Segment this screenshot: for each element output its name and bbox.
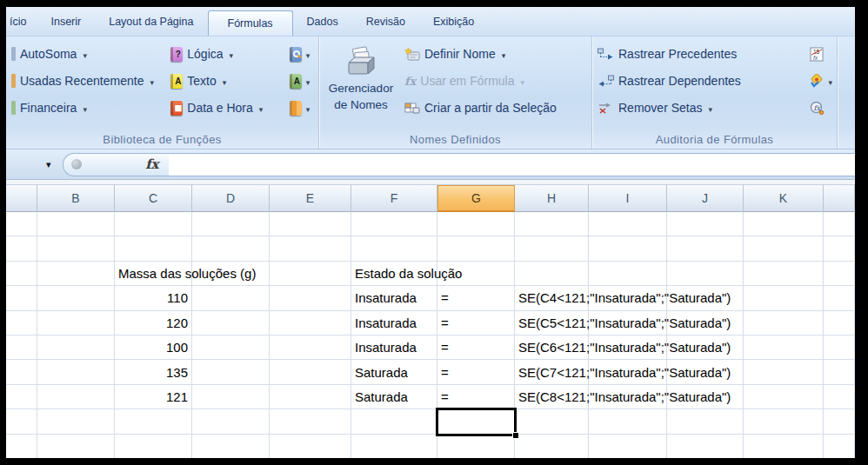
cell-L10[interactable] — [824, 435, 855, 458]
text-button[interactable]: A Texto — [170, 70, 289, 91]
cell-E1[interactable] — [270, 212, 351, 236]
cell-C1[interactable] — [115, 212, 192, 236]
tab-layout-da-pagina[interactable]: Layout da Página — [95, 7, 207, 36]
column-header-J[interactable]: J — [667, 185, 744, 212]
cell-K9[interactable] — [744, 409, 824, 434]
cell-B1[interactable] — [37, 212, 115, 236]
cell-D10[interactable] — [192, 435, 270, 458]
remove-arrows-button[interactable]: Remover Setas — [598, 97, 795, 118]
cell-H5[interactable]: SE(C5<121;"Insaturada";"Saturada") — [515, 311, 589, 335]
cell-K3[interactable] — [744, 262, 824, 286]
tab-dados[interactable]: Dados — [293, 7, 352, 36]
tab-inserir[interactable]: Inserir — [37, 7, 95, 36]
cell-K6[interactable] — [744, 335, 824, 360]
cell-K10[interactable] — [744, 435, 824, 458]
cell-H6[interactable]: SE(C6<121;"Insaturada";"Saturada") — [515, 335, 589, 360]
column-header-H[interactable]: H — [515, 185, 589, 212]
cell-K1[interactable] — [744, 212, 824, 236]
cell-F7[interactable]: Saturada — [351, 360, 437, 384]
cell-K5[interactable] — [744, 311, 824, 335]
cell-E9[interactable] — [270, 409, 351, 434]
cell-H2[interactable] — [515, 236, 589, 261]
cell-J1[interactable] — [667, 212, 744, 236]
cell-H3[interactable] — [515, 262, 589, 286]
define-name-button[interactable]: Definir Nome — [404, 43, 557, 64]
cell-F4[interactable]: Insaturada — [351, 286, 437, 310]
cell-B9[interactable] — [37, 409, 115, 434]
cell-H1[interactable] — [515, 212, 589, 236]
cell-L2[interactable] — [824, 236, 855, 261]
name-box-dropdown-icon[interactable]: ▾ — [46, 159, 51, 170]
cell-I1[interactable] — [589, 212, 667, 236]
trace-dependents-button[interactable]: Rastrear Dependentes — [598, 70, 795, 91]
financial-button[interactable]: Financeira — [11, 97, 170, 118]
cell-I3[interactable] — [589, 262, 667, 286]
column-header-partial-right[interactable] — [824, 185, 855, 212]
cell-C4[interactable]: 110 — [115, 286, 192, 310]
date-time-button[interactable]: ▦ Data e Hora — [170, 97, 289, 118]
cell-A8[interactable] — [6, 385, 37, 409]
fill-handle[interactable] — [512, 432, 519, 439]
cell-B7[interactable] — [37, 360, 115, 384]
create-from-selection-button[interactable]: Criar a partir da Seleção — [404, 97, 557, 118]
cell-H10[interactable] — [515, 435, 589, 458]
cell-K2[interactable] — [744, 236, 824, 261]
cell-L8[interactable] — [824, 385, 855, 409]
column-header-B[interactable]: B — [37, 185, 115, 212]
use-in-formula-button[interactable]: fx Usar em Fórmula — [404, 70, 557, 91]
cell-L6[interactable] — [824, 335, 855, 360]
cell-B4[interactable] — [37, 286, 115, 310]
cell-B5[interactable] — [37, 311, 115, 335]
cell-F8[interactable]: Saturada — [351, 385, 437, 409]
cell-K4[interactable] — [744, 286, 824, 310]
cell-F2[interactable] — [351, 236, 437, 261]
cell-E8[interactable] — [270, 385, 351, 409]
cell-D5[interactable] — [192, 311, 270, 335]
cell-D4[interactable] — [192, 286, 270, 310]
cell-E4[interactable] — [270, 286, 351, 310]
cell-C2[interactable] — [115, 236, 192, 261]
watch-window-button[interactable]: Jan Ins — [843, 43, 855, 108]
tab-inicio[interactable]: ício — [6, 7, 37, 36]
cell-L1[interactable] — [824, 212, 855, 236]
cell-G5[interactable]: = — [437, 311, 515, 335]
cell-F5[interactable]: Insaturada — [351, 311, 437, 335]
cell-E7[interactable] — [270, 360, 351, 384]
cell-D2[interactable] — [192, 236, 270, 261]
trace-precedents-button[interactable]: Rastrear Precedentes — [598, 43, 795, 64]
insert-function-button[interactable]: fx — [63, 153, 169, 176]
cell-E6[interactable] — [270, 335, 351, 360]
cell-I2[interactable] — [589, 236, 667, 261]
column-header-F[interactable]: F — [351, 185, 437, 212]
column-header-E[interactable]: E — [270, 185, 351, 212]
column-header-G[interactable]: G — [437, 185, 515, 212]
cell-H8[interactable]: SE(C8<121;"Insaturada";"Saturada") — [515, 385, 589, 409]
cell-F3[interactable]: Estado da solução — [351, 262, 437, 286]
cell-D8[interactable] — [192, 385, 270, 409]
cell-C5[interactable]: 120 — [115, 311, 192, 335]
cell-G2[interactable] — [437, 236, 515, 261]
cell-G8[interactable]: = — [437, 385, 515, 409]
cell-J10[interactable] — [667, 435, 744, 458]
cell-D9[interactable] — [192, 409, 270, 434]
cell-G10[interactable] — [437, 435, 515, 458]
formula-input[interactable] — [169, 153, 855, 176]
cell-L3[interactable] — [824, 262, 855, 286]
column-header-D[interactable]: D — [192, 185, 270, 212]
cell-C7[interactable]: 135 — [115, 360, 192, 384]
cell-F9[interactable] — [351, 409, 437, 434]
tab-revisao[interactable]: Revisão — [352, 7, 419, 36]
name-manager-button[interactable]: Gerenciador de Nomes — [324, 43, 397, 131]
cell-F1[interactable] — [351, 212, 437, 236]
cell-A9[interactable] — [6, 409, 37, 434]
cell-A6[interactable] — [6, 335, 37, 360]
evaluate-formula-button[interactable]: fx — [809, 97, 825, 118]
cell-L7[interactable] — [824, 360, 855, 384]
cell-I10[interactable] — [589, 435, 667, 458]
column-header-partial-left[interactable] — [6, 185, 37, 212]
cell-E3[interactable] — [270, 262, 351, 286]
logical-button[interactable]: ? Lógica — [170, 43, 289, 64]
cell-J2[interactable] — [667, 236, 744, 261]
autosum-button[interactable]: AutoSoma — [11, 43, 170, 64]
math-trig-button[interactable]: A — [290, 70, 315, 91]
